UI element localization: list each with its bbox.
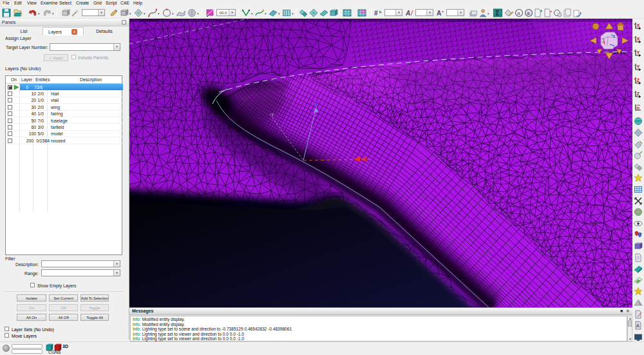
svg-text:a: a bbox=[527, 10, 530, 16]
svg-text:-: - bbox=[634, 90, 635, 94]
svg-text:+: + bbox=[634, 77, 636, 81]
svg-text:A: A bbox=[405, 10, 410, 17]
svg-text:x: x bbox=[602, 40, 604, 44]
svg-text:-: - bbox=[634, 63, 635, 67]
svg-text:X: X bbox=[637, 23, 640, 28]
svg-text:#: # bbox=[374, 10, 378, 17]
svg-text:Z: Z bbox=[637, 91, 640, 97]
svg-text:Σ: Σ bbox=[496, 10, 500, 17]
svg-text:n: n bbox=[637, 105, 640, 111]
svg-text:A: A bbox=[437, 10, 441, 17]
svg-text:+: + bbox=[634, 49, 636, 53]
svg-text:y: y bbox=[613, 45, 615, 49]
svg-text:Y: Y bbox=[271, 113, 274, 117]
svg-text:Y: Y bbox=[637, 50, 640, 55]
svg-text:+: + bbox=[634, 22, 636, 26]
svg-text:Z: Z bbox=[637, 77, 640, 83]
svg-text:a: a bbox=[517, 10, 520, 16]
svg-text:A: A bbox=[636, 323, 639, 328]
svg-text:z: z bbox=[613, 35, 615, 39]
svg-text:-: - bbox=[634, 35, 635, 39]
svg-text:Y: Y bbox=[637, 64, 640, 70]
svg-text:X: X bbox=[637, 36, 640, 42]
svg-text:Z: Z bbox=[314, 100, 317, 106]
